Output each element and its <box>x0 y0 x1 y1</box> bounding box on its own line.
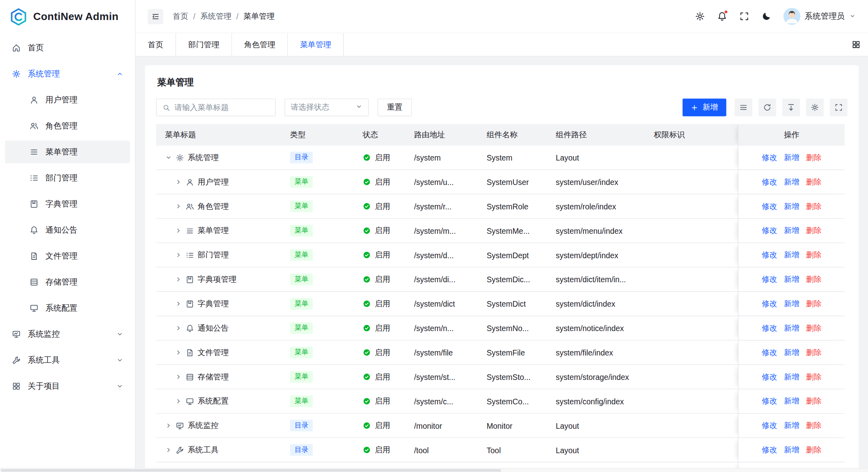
check-circle-icon <box>363 275 371 283</box>
chevron-right-icon[interactable] <box>175 398 182 405</box>
row-add-link[interactable]: 新增 <box>784 323 800 333</box>
edit-link[interactable]: 修改 <box>762 177 777 187</box>
sidebar-item[interactable]: 系统监控 <box>5 323 130 345</box>
horizontal-scrollbar[interactable] <box>0 468 868 472</box>
edit-link[interactable]: 修改 <box>762 347 777 358</box>
tab[interactable]: 菜单管理 <box>288 33 344 56</box>
add-button[interactable]: 新增 <box>683 98 726 116</box>
delete-link[interactable]: 删除 <box>806 250 822 260</box>
fullscreen-button[interactable] <box>739 11 749 22</box>
logo[interactable]: ContiNew Admin <box>0 0 135 33</box>
tool-icon <box>12 356 21 365</box>
top-header: 首页/系统管理/菜单管理 <box>136 0 868 33</box>
delete-link[interactable]: 删除 <box>806 396 822 406</box>
export-button[interactable] <box>782 98 800 116</box>
bell-button[interactable] <box>717 11 727 22</box>
gear-button[interactable] <box>694 11 705 22</box>
chevron-right-icon[interactable] <box>165 422 172 429</box>
tab-list-button[interactable] <box>852 40 861 50</box>
edit-link[interactable]: 修改 <box>762 421 777 431</box>
delete-link[interactable]: 删除 <box>806 347 822 358</box>
sidebar-item[interactable]: 角色管理 <box>5 114 130 137</box>
sidebar-item[interactable]: 首页 <box>5 36 130 59</box>
breadcrumb-item[interactable]: 首页 <box>173 11 188 21</box>
reset-button[interactable]: 重置 <box>377 98 412 116</box>
sidebar-item[interactable]: 文件管理 <box>5 245 130 267</box>
row-add-link[interactable]: 新增 <box>784 274 800 284</box>
moon-button[interactable] <box>761 11 771 22</box>
delete-link[interactable]: 删除 <box>806 421 822 431</box>
edit-link[interactable]: 修改 <box>762 201 777 211</box>
refresh-button[interactable] <box>758 98 776 116</box>
header-icon-buttons <box>694 11 771 22</box>
row-add-link[interactable]: 新增 <box>784 226 800 236</box>
gear-button[interactable] <box>806 98 824 116</box>
edit-link[interactable]: 修改 <box>762 226 777 236</box>
sidebar-item[interactable]: 用户管理 <box>5 88 130 111</box>
tab[interactable]: 角色管理 <box>232 33 288 56</box>
chevron-right-icon[interactable] <box>175 300 182 307</box>
sidebar-item[interactable]: 系统配置 <box>5 297 130 319</box>
chevron-right-icon[interactable] <box>175 325 182 332</box>
row-add-link[interactable]: 新增 <box>784 445 800 455</box>
type-badge: 菜单 <box>290 273 313 285</box>
delete-link[interactable]: 删除 <box>806 445 822 455</box>
component-path: system/notice/index <box>556 324 624 333</box>
user-menu[interactable]: 系统管理员 <box>783 8 856 25</box>
row-add-link[interactable]: 新增 <box>784 177 800 187</box>
edit-link[interactable]: 修改 <box>762 299 777 309</box>
sidebar-item[interactable]: 关于项目 <box>5 375 130 398</box>
sidebar-item[interactable]: 菜单管理 <box>5 141 130 163</box>
delete-link[interactable]: 删除 <box>806 299 822 309</box>
chevron-down-icon[interactable] <box>165 154 172 161</box>
sidebar-item[interactable]: 字典管理 <box>5 193 130 215</box>
chevron-right-icon[interactable] <box>175 251 182 259</box>
row-add-link[interactable]: 新增 <box>784 396 800 406</box>
chevron-right-icon[interactable] <box>175 373 182 380</box>
breadcrumb-item[interactable]: 菜单管理 <box>243 11 274 21</box>
type-badge: 菜单 <box>290 225 313 237</box>
delete-link[interactable]: 删除 <box>806 226 822 236</box>
table-row: 文件管理菜单启用/system/fileSystemFilesystem/fil… <box>156 341 845 365</box>
delete-link[interactable]: 删除 <box>806 153 822 163</box>
delete-link[interactable]: 删除 <box>806 177 822 187</box>
sidebar-item[interactable]: 系统工具 <box>5 349 130 372</box>
chevron-right-icon[interactable] <box>175 276 182 283</box>
delete-link[interactable]: 删除 <box>806 274 822 284</box>
status-select[interactable]: 请选择状态 <box>285 98 369 116</box>
row-add-link[interactable]: 新增 <box>784 347 800 358</box>
collapse-sidebar-button[interactable] <box>148 8 163 24</box>
edit-link[interactable]: 修改 <box>762 323 777 333</box>
edit-link[interactable]: 修改 <box>762 445 777 455</box>
edit-link[interactable]: 修改 <box>762 274 777 284</box>
delete-link[interactable]: 删除 <box>806 372 822 382</box>
chevron-right-icon[interactable] <box>165 446 172 454</box>
chevron-right-icon[interactable] <box>175 203 182 210</box>
sidebar-item[interactable]: 部门管理 <box>5 167 130 189</box>
tab[interactable]: 首页 <box>136 33 176 56</box>
row-add-link[interactable]: 新增 <box>784 299 800 309</box>
row-add-link[interactable]: 新增 <box>784 372 800 382</box>
edit-link[interactable]: 修改 <box>762 250 777 260</box>
row-add-link[interactable]: 新增 <box>784 421 800 431</box>
tab[interactable]: 部门管理 <box>176 33 232 56</box>
list-view-button[interactable] <box>735 98 752 116</box>
edit-link[interactable]: 修改 <box>762 153 777 163</box>
sidebar-item[interactable]: 通知公告 <box>5 219 130 241</box>
row-add-link[interactable]: 新增 <box>784 201 800 211</box>
delete-link[interactable]: 删除 <box>806 323 822 333</box>
fullscreen-button[interactable] <box>830 98 848 116</box>
row-add-link[interactable]: 新增 <box>784 250 800 260</box>
row-add-link[interactable]: 新增 <box>784 153 800 163</box>
chevron-right-icon[interactable] <box>175 227 182 234</box>
scrollbar-thumb[interactable] <box>1 469 501 472</box>
search-input[interactable] <box>174 103 270 112</box>
sidebar-item[interactable]: 存储管理 <box>5 271 130 293</box>
chevron-right-icon[interactable] <box>175 349 182 356</box>
delete-link[interactable]: 删除 <box>806 201 822 211</box>
breadcrumb-item[interactable]: 系统管理 <box>200 11 231 21</box>
edit-link[interactable]: 修改 <box>762 396 777 406</box>
edit-link[interactable]: 修改 <box>762 372 777 382</box>
sidebar-item[interactable]: 系统管理 <box>5 62 130 85</box>
chevron-right-icon[interactable] <box>175 178 182 185</box>
